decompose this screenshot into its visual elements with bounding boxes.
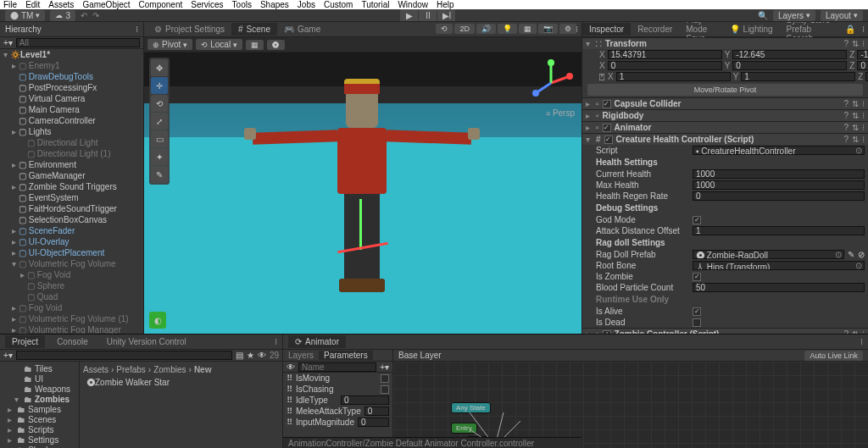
favorite-icon[interactable]: ★ [247,351,254,360]
component-header[interactable]: ▸▫Rigidbody?⇅⁝ [582,109,868,121]
project-tree-item[interactable]: ▸🖿 Settings [2,434,77,445]
preset-icon[interactable]: ⇅ [852,39,859,48]
component-header[interactable]: ▸▫Zombie Controller (Script)?⇅⁝ [582,328,868,334]
pos-z-field[interactable] [857,50,868,59]
help-icon[interactable]: ? [843,111,849,120]
tab-console[interactable]: Console [50,335,95,348]
hierarchy-item[interactable]: ▢ GameManager [0,170,143,181]
max-health-field[interactable] [693,180,865,190]
hierarchy-item[interactable]: ▢ Main Camera [0,104,143,115]
hierarchy-tab[interactable]: Hierarchy [5,25,42,34]
param-value[interactable] [341,395,389,405]
gear-icon[interactable]: ⁝ [862,99,865,108]
component-header[interactable]: ▸▫Capsule Collider?⇅⁝ [582,97,868,109]
grid-toggle[interactable]: ▦ [246,40,264,50]
scene-opt-4[interactable]: ▦ [519,24,537,34]
component-enabled-checkbox[interactable] [603,124,611,132]
animator-param[interactable]: ⠿MeleeAttackType [283,406,392,417]
hierarchy-item[interactable]: ▢ Directional Light [0,137,143,148]
param-handle-icon[interactable]: ⠿ [287,373,292,383]
menu-shapes[interactable]: Shapes [260,0,289,9]
gizmo-visibility-icon[interactable]: ◐ [149,312,166,329]
transform-tool[interactable]: ✦ [151,148,168,165]
hierarchy-item[interactable]: ▢ Sphere [0,280,143,291]
tab-project-settings[interactable]: ⚙ Project Settings [147,23,231,36]
menu-edit[interactable]: Edit [25,0,40,9]
tab-inspector[interactable]: Inspector [582,23,631,36]
preset-icon[interactable]: ⇅ [852,99,859,108]
perspective-label[interactable]: ≡ Persp [546,108,575,118]
pos-y-field[interactable] [732,50,847,59]
param-handle-icon[interactable]: ⠿ [287,395,292,405]
param-bool[interactable] [381,374,389,383]
transform-component-header[interactable]: ▾⸬ Transform ?⇅⁝ [582,37,868,49]
hierarchy-item[interactable]: ▸▢ Environment [0,159,143,170]
animator-menu-icon[interactable]: ⁝ [860,337,863,346]
hierarchy-search-input[interactable] [16,38,140,47]
menu-tools[interactable]: Tools [232,0,252,9]
move-tool[interactable]: ✛ [151,77,168,94]
animator-param[interactable]: ⠿IsMoving [283,373,392,384]
preset-icon[interactable]: ⇅ [852,123,859,132]
project-add-icon[interactable]: +▾ [3,351,13,360]
hierarchy-item[interactable]: ▢ SelectionBoxCanvas [0,214,143,225]
menu-assets[interactable]: Assets [48,0,74,9]
blood-count-field[interactable] [693,283,865,292]
component-enabled-checkbox[interactable] [603,100,611,108]
hierarchy-item[interactable]: ▸▢ Volumetric Fog Volume (1) [0,313,143,324]
tab-scene[interactable]: # Scene [231,23,277,36]
cloud-chip[interactable]: ☁ 3 [50,10,75,21]
project-search-input[interactable] [16,351,232,360]
scale-tool[interactable]: ⤢ [151,113,168,130]
hierarchy-create-icon[interactable]: +▾ [3,38,13,47]
param-value[interactable] [364,407,389,416]
menu-component[interactable]: Component [139,0,183,9]
project-tree-item[interactable]: ▸🖿 Samples [2,404,77,414]
scale-link-icon[interactable]: ⍞ [599,72,604,81]
tab-project[interactable]: Project [5,335,45,348]
add-param-icon[interactable]: +▾ [380,362,389,372]
scene-opt-2[interactable]: 🔊 [476,24,496,34]
param-bool[interactable] [381,385,389,394]
undo-icon[interactable]: ↶ [81,11,87,20]
param-search-icon[interactable]: 👁 [287,362,295,372]
snap-toggle[interactable]: 🞉 [267,40,285,50]
scene-opt-5[interactable]: 📷 [538,24,558,34]
hierarchy-item[interactable]: ▢ DrawDebugTools [0,71,143,82]
rect-tool[interactable]: ▭ [151,130,168,147]
account-chip[interactable]: ⬤ TM ▾ [5,10,45,21]
custom-tool[interactable]: ✎ [151,166,168,183]
hierarchy-item[interactable]: ▸▢ Enemy1 [0,60,143,71]
scene-opt-6[interactable]: ⚙ [559,24,576,34]
hierarchy-item[interactable]: ▸▢ UI-ObjectPlacement [0,247,143,258]
menu-file[interactable]: File [3,0,17,9]
hierarchy-item[interactable]: ▢ Virtual Camera [0,93,143,104]
menu-custom[interactable]: Custom [324,0,353,9]
filter-icon[interactable]: ▤ [236,351,243,360]
orientation-gizmo[interactable] [527,59,575,107]
hierarchy-item[interactable]: ▢ PostProcessingFx [0,82,143,93]
rotate-tool[interactable]: ⟲ [151,95,168,112]
gear-icon[interactable]: ⁝ [862,39,865,48]
search-icon[interactable]: 🔍 [758,11,768,20]
pause-button[interactable]: II [419,9,437,21]
hierarchy-item[interactable]: ▢ Quad [0,291,143,302]
regen-field[interactable] [693,191,865,201]
revert-icon[interactable]: ⊘ [858,250,865,259]
inspector-menu-icon[interactable]: ⁝ [859,25,868,34]
project-tree-item[interactable]: ▾🖿 Zombies [2,394,77,404]
scene-opt-3[interactable]: 💡 [498,24,517,34]
view-tool[interactable]: ✥ [151,59,168,76]
scene-opt-1[interactable]: 2D [454,24,475,34]
rot-x-field[interactable] [608,61,722,70]
project-tree-item[interactable]: 🖿 UI [2,373,77,384]
tab-game[interactable]: 🎮 Game [277,23,327,36]
hierarchy-item[interactable]: ▸▢ SceneFader [0,225,143,236]
project-tree-item[interactable]: ▸🖿 Scripts [2,424,77,434]
hierarchy-item[interactable]: ▸▢ UI-Overlay [0,236,143,247]
gear-icon[interactable]: ⁝ [862,135,865,144]
base-layer-crumb[interactable]: Base Layer [398,351,442,360]
edit-icon[interactable]: ✎ [848,250,854,259]
tab-recorder[interactable]: Recorder [631,23,679,36]
menu-tutorial[interactable]: Tutorial [361,0,389,9]
